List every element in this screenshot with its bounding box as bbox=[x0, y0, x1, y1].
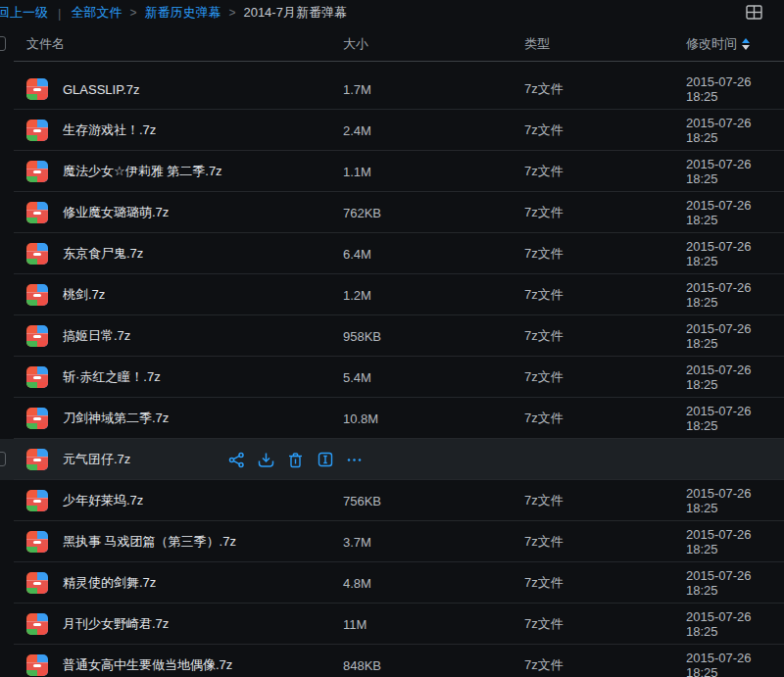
column-header-modified[interactable]: 修改时间 bbox=[686, 35, 784, 53]
zip-file-icon bbox=[26, 572, 48, 594]
table-row[interactable]: 修业魔女璐璐萌.7z 762KB 7z文件 2015-07-26 18:25 bbox=[0, 192, 784, 233]
zip-file-icon bbox=[26, 366, 48, 388]
file-type: 7z文件 bbox=[524, 492, 686, 509]
file-modified-time: 2015-07-26 18:25 bbox=[686, 568, 784, 598]
table-row[interactable]: GLASSLIP.7z 1.7M 7z文件 2015-07-26 18:25 bbox=[0, 69, 784, 110]
table-row[interactable]: 斩·赤红之瞳！.7z 5.4M 7z文件 2015-07-26 18:25 bbox=[0, 357, 784, 398]
share-icon[interactable] bbox=[228, 452, 245, 468]
file-name: 刀剑神域第二季.7z bbox=[63, 410, 169, 427]
file-name: 修业魔女璐璐萌.7z bbox=[63, 204, 169, 221]
sort-descending-icon bbox=[742, 45, 750, 50]
file-size: 3.7M bbox=[343, 535, 524, 550]
file-type: 7z文件 bbox=[524, 121, 686, 139]
row-hover-actions bbox=[228, 439, 363, 480]
rename-icon[interactable] bbox=[317, 452, 333, 468]
table-row[interactable]: 黑执事 马戏团篇（第三季）.7z 3.7M 7z文件 2015-07-26 18… bbox=[0, 521, 784, 562]
file-size: 756KB bbox=[343, 494, 524, 508]
file-size: 5.4M bbox=[343, 370, 524, 385]
file-name: 普通女高中生要做当地偶像.7z bbox=[63, 656, 232, 674]
file-table-body: GLASSLIP.7z 1.7M 7z文件 2015-07-26 18:25 bbox=[0, 62, 784, 677]
row-checkbox[interactable] bbox=[0, 452, 6, 466]
file-name: 东京食尸鬼.7z bbox=[63, 245, 143, 263]
file-size: 11M bbox=[343, 617, 524, 632]
file-name: 桃剑.7z bbox=[63, 286, 105, 304]
file-modified-time: 2015-07-26 18:25 bbox=[686, 321, 784, 351]
file-size: 958KB bbox=[343, 329, 524, 344]
table-row[interactable]: 桃剑.7z 1.2M 7z文件 2015-07-26 18:25 bbox=[0, 274, 784, 315]
file-name: 黑执事 马戏团篇（第三季）.7z bbox=[63, 533, 236, 551]
more-icon[interactable] bbox=[346, 452, 363, 468]
file-name: 斩·赤红之瞳！.7z bbox=[63, 368, 161, 386]
sort-control[interactable] bbox=[742, 38, 750, 50]
table-row[interactable]: 精灵使的剑舞.7z 4.8M 7z文件 2015-07-26 18:25 bbox=[0, 562, 784, 604]
breadcrumb-item-all-files[interactable]: 全部文件 bbox=[71, 4, 122, 22]
file-type: 7z文件 bbox=[524, 286, 686, 304]
sort-ascending-icon bbox=[742, 38, 750, 43]
column-header-size: 大小 bbox=[343, 35, 524, 53]
table-row[interactable]: 元气囝仔.7z bbox=[0, 439, 784, 480]
file-size: 2.4M bbox=[343, 123, 524, 138]
breadcrumb-pipe-divider: | bbox=[58, 6, 61, 21]
zip-file-icon bbox=[26, 449, 48, 470]
zip-file-icon bbox=[26, 120, 48, 141]
file-modified-time: 2015-07-26 18:25 bbox=[686, 74, 784, 104]
file-modified-time: 2015-07-26 18:25 bbox=[686, 404, 784, 433]
breadcrumb-item-history-danmaku[interactable]: 新番历史弹幕 bbox=[144, 4, 220, 22]
file-type: 7z文件 bbox=[524, 163, 686, 180]
file-type: 7z文件 bbox=[524, 368, 686, 386]
table-row[interactable]: 东京食尸鬼.7z 6.4M 7z文件 2015-07-26 18:25 bbox=[0, 233, 784, 274]
table-row[interactable]: 少年好莱坞.7z 756KB 7z文件 2015-07-26 18:25 bbox=[0, 480, 784, 521]
file-type: 7z文件 bbox=[524, 245, 686, 263]
breadcrumb: 回上一级 | 全部文件 > 新番历史弹幕 > 2014-7月新番弹幕 bbox=[0, 0, 784, 25]
zip-file-icon bbox=[26, 613, 48, 635]
file-size: 848KB bbox=[343, 658, 524, 673]
table-row[interactable]: 刀剑神域第二季.7z 10.8M 7z文件 2015-07-26 18:25 bbox=[0, 398, 784, 439]
file-size: 6.4M bbox=[343, 247, 524, 262]
file-name: 精灵使的剑舞.7z bbox=[63, 574, 156, 592]
file-name: GLASSLIP.7z bbox=[63, 82, 140, 97]
file-name: 搞姬日常.7z bbox=[63, 327, 130, 345]
file-modified-time: 2015-07-26 18:25 bbox=[686, 609, 784, 639]
breadcrumb-back-link[interactable]: 回上一级 bbox=[0, 4, 48, 22]
file-modified-time: 2015-07-26 18:25 bbox=[686, 363, 784, 392]
table-row[interactable]: 生存游戏社！.7z 2.4M 7z文件 2015-07-26 18:25 bbox=[0, 110, 784, 151]
file-type: 7z文件 bbox=[524, 656, 686, 674]
zip-file-icon bbox=[26, 243, 48, 265]
table-row[interactable]: 魔法少女☆伊莉雅 第二季.7z 1.1M 7z文件 2015-07-26 18:… bbox=[0, 151, 784, 192]
file-size: 10.8M bbox=[343, 411, 524, 426]
file-modified-time: 2015-07-26 18:25 bbox=[686, 527, 784, 556]
zip-file-icon bbox=[26, 78, 48, 100]
zip-file-icon bbox=[26, 284, 48, 306]
file-type: 7z文件 bbox=[524, 327, 686, 345]
breadcrumb-separator: > bbox=[129, 6, 136, 20]
file-name: 魔法少女☆伊莉雅 第二季.7z bbox=[63, 163, 222, 180]
file-type: 7z文件 bbox=[524, 615, 686, 633]
zip-file-icon bbox=[26, 161, 48, 182]
file-modified-time: 2015-07-26 18:25 bbox=[686, 116, 784, 145]
table-row[interactable]: 月刊少女野崎君.7z 11M 7z文件 2015-07-26 18:25 bbox=[0, 604, 784, 645]
file-modified-time: 2015-07-26 18:25 bbox=[686, 198, 784, 227]
table-row[interactable]: 普通女高中生要做当地偶像.7z 848KB 7z文件 2015-07-26 18… bbox=[0, 645, 784, 677]
breadcrumb-item-current-folder: 2014-7月新番弹幕 bbox=[243, 4, 346, 22]
download-icon[interactable] bbox=[258, 452, 274, 468]
breadcrumb-separator: > bbox=[228, 6, 235, 20]
file-modified-time: 2015-07-26 18:25 bbox=[686, 486, 784, 515]
zip-file-icon bbox=[26, 408, 48, 429]
file-modified-time: 2015-07-26 18:25 bbox=[686, 157, 784, 186]
grid-view-icon[interactable] bbox=[745, 4, 762, 20]
file-type: 7z文件 bbox=[524, 410, 686, 427]
zip-file-icon bbox=[26, 490, 48, 511]
zip-file-icon bbox=[26, 202, 48, 223]
file-modified-time: 2015-07-26 18:25 bbox=[686, 280, 784, 310]
table-row[interactable]: 搞姬日常.7z 958KB 7z文件 2015-07-26 18:25 bbox=[0, 315, 784, 357]
file-name: 生存游戏社！.7z bbox=[63, 121, 156, 139]
delete-icon[interactable] bbox=[287, 452, 304, 468]
file-size: 1.7M bbox=[343, 82, 524, 97]
file-modified-time: 2015-07-26 18:25 bbox=[686, 239, 784, 268]
select-all-checkbox[interactable] bbox=[0, 36, 6, 51]
file-type: 7z文件 bbox=[524, 533, 686, 551]
file-table-header: 文件名 大小 类型 修改时间 bbox=[0, 25, 784, 62]
zip-file-icon bbox=[26, 654, 48, 676]
file-name: 元气囝仔.7z bbox=[63, 451, 130, 468]
file-size: 1.1M bbox=[343, 165, 524, 179]
